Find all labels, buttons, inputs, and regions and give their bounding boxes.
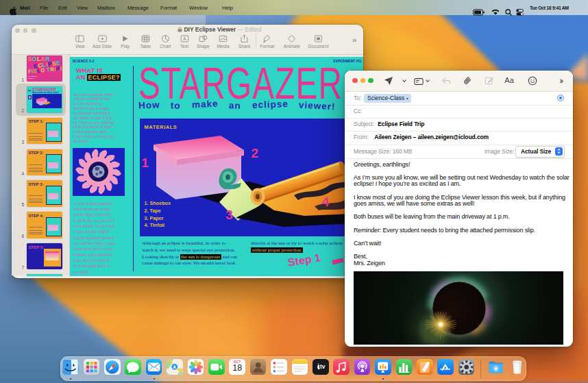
- svg-text:A: A: [183, 36, 186, 40]
- svg-text:tv: tv: [320, 363, 326, 370]
